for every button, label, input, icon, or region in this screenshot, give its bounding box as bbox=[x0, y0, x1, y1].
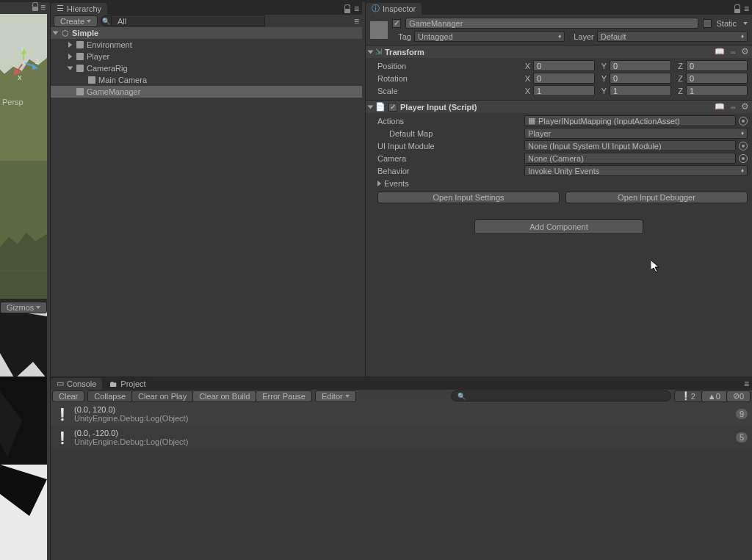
gizmos-dropdown[interactable]: Gizmos bbox=[0, 302, 47, 313]
add-component-button[interactable]: Add Component bbox=[474, 219, 643, 234]
static-checkbox[interactable] bbox=[703, 19, 712, 28]
actions-field[interactable]: ▦PlayerINputMapping (InputActionAsset) bbox=[524, 115, 736, 126]
lock-icon[interactable] bbox=[344, 4, 351, 13]
transform-rotation-z[interactable]: 0 bbox=[686, 73, 748, 84]
hierarchy-item[interactable]: Player bbox=[51, 51, 362, 62]
hierarchy-item[interactable]: Environment bbox=[51, 39, 362, 51]
log-line2: UnityEngine.Debug:Log(Object) bbox=[74, 414, 730, 423]
log-line2: UnityEngine.Debug:Log(Object) bbox=[74, 437, 730, 446]
hierarchy-icon: ☰ bbox=[57, 4, 64, 13]
transform-rotation-x[interactable]: 0 bbox=[533, 73, 595, 84]
axis-label: X bbox=[521, 74, 530, 83]
context-menu-icon[interactable] bbox=[40, 2, 46, 12]
camera-field[interactable]: None (Camera) bbox=[524, 153, 736, 164]
transform-scale-y[interactable]: 1 bbox=[610, 85, 671, 96]
open-input-settings-button[interactable]: Open Input Settings bbox=[377, 192, 560, 203]
layer-dropdown[interactable]: Default♦ bbox=[597, 31, 748, 42]
error-icon: ⊘ bbox=[733, 391, 740, 401]
menu-icon[interactable] bbox=[354, 16, 359, 26]
console-entry[interactable]: ❕(0.0, 120.0)UnityEngine.Debug:Log(Objec… bbox=[51, 402, 752, 426]
object-picker-icon[interactable] bbox=[739, 142, 748, 150]
transform-position-x[interactable]: 0 bbox=[533, 60, 595, 71]
inspector-panel: ⓘInspector GameManager Static Tag Untagg… bbox=[365, 2, 752, 377]
transform-scale-x[interactable]: 1 bbox=[533, 85, 595, 96]
component-menu-icon[interactable] bbox=[741, 48, 749, 56]
default-map-label: Default Map bbox=[389, 129, 521, 138]
axis-label: Z bbox=[674, 74, 683, 83]
error-pause-toggle[interactable]: Error Pause bbox=[256, 390, 312, 402]
info-icon: ⓘ bbox=[372, 3, 380, 14]
object-picker-icon[interactable] bbox=[739, 117, 748, 126]
clear-on-build-toggle[interactable]: Clear on Build bbox=[192, 390, 256, 402]
create-dropdown[interactable]: Create bbox=[54, 15, 98, 27]
hierarchy-item-label: Environment bbox=[87, 40, 132, 49]
preset-icon[interactable]: ⎓ bbox=[728, 48, 738, 57]
warn-count-toggle[interactable]: ▲0 bbox=[701, 390, 727, 402]
lock-icon[interactable] bbox=[32, 2, 39, 11]
events-label: Events bbox=[384, 179, 409, 188]
axis-x-label: x bbox=[18, 73, 22, 81]
transform-position-y[interactable]: 0 bbox=[610, 60, 671, 71]
foldout-icon[interactable] bbox=[53, 32, 59, 35]
context-menu-icon[interactable] bbox=[354, 4, 359, 14]
transform-icon: ⇲ bbox=[375, 47, 382, 57]
axis-label: Y bbox=[598, 87, 607, 95]
help-icon[interactable]: 📖 bbox=[715, 47, 725, 57]
component-menu-icon[interactable] bbox=[741, 103, 749, 111]
foldout-icon[interactable] bbox=[68, 67, 73, 70]
info-bubble-icon: ❕ bbox=[55, 407, 68, 421]
hierarchy-item-label: GameManager bbox=[87, 87, 140, 96]
scene-row[interactable]: ⬡ Simple bbox=[51, 27, 362, 39]
error-count-toggle[interactable]: ⊘0 bbox=[726, 390, 751, 402]
default-map-dropdown[interactable]: Player♦ bbox=[524, 128, 748, 139]
transform-position-z[interactable]: 0 bbox=[686, 60, 748, 71]
lock-icon[interactable] bbox=[734, 4, 741, 13]
collapse-toggle[interactable]: Collapse bbox=[87, 390, 132, 402]
transform-foldout[interactable] bbox=[368, 50, 374, 54]
editor-dropdown[interactable]: Editor bbox=[315, 390, 356, 402]
console-entry[interactable]: ❕(0.0, -120.0)UnityEngine.Debug:Log(Obje… bbox=[51, 426, 752, 449]
transform-scale-z[interactable]: 1 bbox=[686, 85, 748, 96]
clear-button[interactable]: Clear bbox=[52, 390, 84, 402]
inspector-tab[interactable]: ⓘInspector bbox=[366, 3, 422, 15]
object-picker-icon[interactable] bbox=[739, 154, 748, 163]
object-name-field[interactable]: GameManager bbox=[405, 18, 698, 29]
behavior-dropdown[interactable]: Invoke Unity Events♦ bbox=[524, 165, 748, 176]
log-line1: (0.0, 120.0) bbox=[74, 405, 730, 414]
hierarchy-item-label: CameraRig bbox=[87, 64, 128, 73]
console-search[interactable]: 🔍 bbox=[451, 390, 671, 401]
hierarchy-search[interactable]: All bbox=[111, 15, 265, 26]
context-menu-icon[interactable] bbox=[744, 379, 749, 389]
context-menu-icon[interactable] bbox=[744, 4, 749, 14]
clear-on-play-toggle[interactable]: Clear on Play bbox=[131, 390, 193, 402]
tag-dropdown[interactable]: Untagged♦ bbox=[414, 31, 565, 42]
svg-point-11 bbox=[21, 60, 26, 65]
hierarchy-item[interactable]: GameManager bbox=[51, 86, 362, 98]
active-checkbox[interactable] bbox=[392, 19, 401, 28]
gameobject-icon bbox=[88, 76, 95, 84]
static-dropdown-icon[interactable] bbox=[743, 22, 748, 25]
gameobject-icon bbox=[76, 88, 84, 95]
foldout-icon[interactable] bbox=[68, 54, 72, 59]
search-filter-icon[interactable]: 🔍 bbox=[101, 15, 111, 26]
scene-view[interactable]: y z x Persp Gizmos bbox=[0, 2, 47, 377]
foldout-icon[interactable] bbox=[68, 42, 72, 48]
game-view[interactable] bbox=[0, 377, 47, 560]
transform-rotation-y[interactable]: 0 bbox=[610, 73, 671, 84]
gameobject-icon[interactable] bbox=[370, 21, 388, 39]
component-enabled-checkbox[interactable] bbox=[388, 103, 397, 112]
axis-gizmo[interactable]: y z x bbox=[7, 46, 40, 79]
open-input-debugger-button[interactable]: Open Input Debugger bbox=[565, 192, 748, 203]
console-tab[interactable]: ▭Console bbox=[51, 378, 102, 390]
hierarchy-tab[interactable]: ☰Hierarchy bbox=[51, 3, 107, 15]
preset-icon[interactable]: ⎓ bbox=[728, 103, 738, 112]
help-icon[interactable]: 📖 bbox=[715, 102, 725, 112]
info-count-toggle[interactable]: ❕2 bbox=[674, 390, 702, 402]
playerinput-foldout[interactable] bbox=[368, 105, 374, 109]
hierarchy-item[interactable]: CameraRig bbox=[51, 62, 362, 74]
hierarchy-item[interactable]: Main Camera bbox=[51, 74, 362, 86]
layer-label: Layer bbox=[574, 32, 594, 41]
ui-module-field[interactable]: None (Input System UI Input Module) bbox=[524, 140, 736, 151]
events-foldout[interactable] bbox=[377, 181, 381, 186]
project-tab[interactable]: 🖿Project bbox=[104, 378, 151, 390]
